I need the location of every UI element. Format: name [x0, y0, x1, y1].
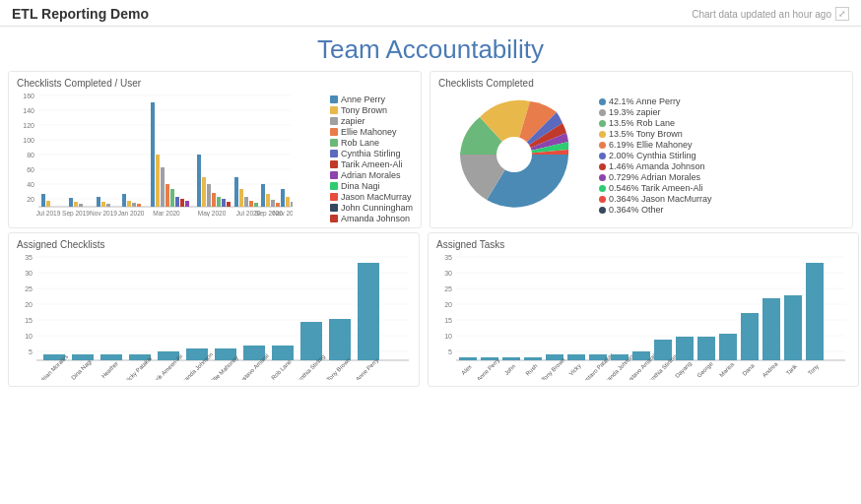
svg-rect-124 — [502, 357, 520, 360]
svg-rect-19 — [69, 198, 73, 207]
pie-legend-item: 0.729% Adrian Morales — [599, 172, 712, 182]
svg-rect-150 — [784, 295, 802, 360]
svg-rect-152 — [806, 263, 824, 360]
bar-chart-svg-area: 160 140 120 100 80 60 40 20 — [17, 91, 324, 209]
svg-rect-36 — [185, 201, 189, 207]
svg-text:25: 25 — [25, 285, 33, 292]
pie-legend-item: 13.5% Tony Brown — [599, 129, 712, 139]
svg-text:25: 25 — [444, 285, 452, 292]
svg-rect-26 — [127, 201, 131, 207]
page-title: Team Accountability — [0, 27, 861, 71]
svg-rect-55 — [291, 202, 293, 207]
legend-item: Adrian Morales — [330, 170, 413, 180]
top-row: Checklists Completed / User 160 140 120 … — [8, 71, 853, 228]
svg-text:160: 160 — [23, 93, 34, 99]
bottom-row: Assigned Checklists 35 30 25 20 15 10 5 — [8, 232, 853, 387]
svg-text:10: 10 — [444, 333, 452, 340]
svg-rect-47 — [249, 201, 253, 207]
svg-rect-33 — [170, 189, 174, 207]
bar-chart-svg: 160 140 120 100 80 60 40 20 — [17, 91, 293, 217]
svg-rect-32 — [166, 184, 169, 207]
svg-text:Andrea: Andrea — [762, 360, 779, 378]
pie-legend-item: 2.00% Cynthia Stirling — [599, 151, 712, 160]
svg-text:Dana: Dana — [741, 362, 756, 377]
svg-rect-45 — [239, 189, 243, 207]
svg-rect-22 — [97, 197, 100, 207]
svg-text:20: 20 — [25, 301, 33, 308]
svg-rect-46 — [244, 197, 248, 207]
bar-chart-content: 160 140 120 100 80 60 40 20 — [17, 91, 413, 223]
svg-point-65 — [497, 137, 532, 172]
svg-text:80: 80 — [27, 152, 34, 158]
svg-rect-20 — [74, 202, 78, 207]
svg-text:5: 5 — [448, 348, 452, 355]
svg-rect-27 — [132, 203, 136, 207]
svg-text:Alex: Alex — [460, 363, 472, 375]
legend-item: Jason MacMurray — [330, 192, 413, 202]
legend-item: Amanda Johnson — [330, 214, 413, 223]
pie-chart-content: 42.1% Anne Perry 19.3% zapier 13.5% Rob … — [438, 91, 844, 220]
svg-rect-38 — [202, 177, 206, 207]
pie-legend-item: 0.364% Other — [599, 205, 712, 215]
svg-rect-130 — [567, 354, 585, 360]
svg-text:Anne Perry: Anne Perry — [476, 357, 500, 380]
legend-item: Tarik Ameen-Ali — [330, 159, 413, 169]
svg-text:40: 40 — [27, 181, 34, 188]
svg-rect-31 — [161, 167, 165, 207]
pie-legend-item: 0.364% Jason MacMurray — [599, 194, 712, 204]
svg-rect-120 — [459, 357, 477, 360]
assigned-checklists-title: Assigned Checklists — [17, 239, 411, 250]
svg-rect-29 — [151, 102, 155, 207]
svg-text:Dayang: Dayang — [674, 360, 693, 379]
svg-rect-126 — [524, 357, 542, 360]
legend-item: zapier — [330, 116, 413, 126]
legend-item: Tony Brown — [330, 105, 413, 115]
legend-item: Cynthia Stirling — [330, 149, 413, 158]
svg-text:John: John — [503, 363, 516, 376]
svg-text:20: 20 — [27, 196, 34, 203]
pie-legend-item: 13.5% Rob Lane — [599, 118, 712, 128]
assigned-checklists-box: Assigned Checklists 35 30 25 20 15 10 5 — [8, 232, 420, 387]
svg-rect-52 — [276, 203, 280, 207]
pie-chart-svg-area — [438, 91, 591, 220]
svg-rect-103 — [358, 263, 379, 360]
svg-text:140: 140 — [23, 107, 34, 114]
svg-text:35: 35 — [444, 254, 452, 261]
svg-text:Dina Nagi: Dina Nagi — [70, 358, 93, 380]
status-text: Chart data updated an hour ago — [692, 9, 831, 20]
pie-chart-title: Checklists Completed — [438, 78, 844, 89]
expand-icon[interactable]: ⤢ — [835, 7, 849, 21]
svg-rect-18 — [46, 201, 50, 207]
svg-text:120: 120 — [23, 122, 34, 129]
svg-rect-140 — [676, 337, 694, 360]
svg-rect-25 — [122, 194, 126, 207]
assigned-checklists-svg: 35 30 25 20 15 10 5 Adrian Morales — [17, 252, 411, 380]
svg-rect-146 — [741, 313, 759, 360]
svg-text:30: 30 — [25, 270, 33, 277]
header: ETL Reporting Demo Chart data updated an… — [0, 0, 861, 27]
svg-rect-24 — [106, 204, 110, 207]
header-status: Chart data updated an hour ago ⤢ — [692, 7, 849, 21]
svg-text:Rush: Rush — [525, 363, 539, 377]
assigned-tasks-svg: 35 30 25 20 15 10 5 Alex — [436, 252, 850, 380]
svg-rect-51 — [271, 200, 275, 207]
svg-rect-35 — [180, 199, 184, 207]
svg-text:Tarik: Tarik — [785, 362, 799, 376]
assigned-tasks-title: Assigned Tasks — [436, 239, 850, 250]
svg-rect-144 — [719, 334, 737, 360]
svg-rect-41 — [217, 197, 221, 207]
svg-text:Mar 2020: Mar 2020 — [153, 210, 180, 217]
svg-text:15: 15 — [25, 317, 33, 324]
svg-text:Nov 2019: Nov 2019 — [90, 210, 117, 217]
pie-legend: 42.1% Anne Perry 19.3% zapier 13.5% Rob … — [599, 96, 712, 215]
svg-rect-99 — [300, 322, 322, 360]
bar-chart-legend: Anne Perry Tony Brown zapier Ellie Mahon… — [330, 91, 413, 223]
pie-legend-item: 6.19% Ellie Mahoney — [599, 140, 712, 150]
svg-text:Jul 2019: Jul 2019 — [36, 210, 61, 217]
svg-rect-50 — [266, 194, 270, 207]
bar-chart-title: Checklists Completed / User — [17, 78, 413, 89]
svg-text:20: 20 — [444, 301, 452, 308]
pie-legend-item: 42.1% Anne Perry — [599, 96, 712, 106]
pie-legend-item: 1.46% Amanda Johnson — [599, 161, 712, 171]
svg-rect-28 — [137, 204, 141, 207]
